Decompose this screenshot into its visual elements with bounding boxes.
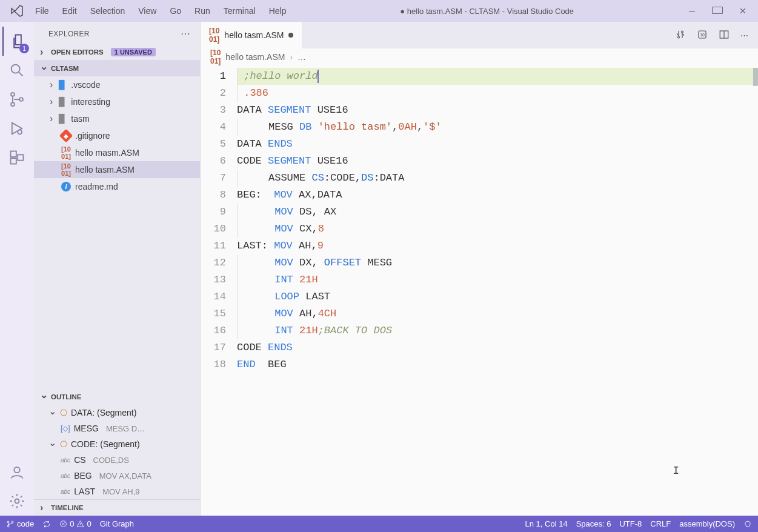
dirty-indicator-icon (288, 33, 293, 38)
menu-selection[interactable]: Selection (84, 4, 131, 18)
title-bar: File Edit Selection View Go Run Terminal… (0, 0, 758, 22)
svg-point-0 (12, 65, 20, 73)
outline-data-segment[interactable]: ⎔ DATA: (Segment) (34, 405, 200, 421)
activity-extensions-icon[interactable] (2, 143, 32, 172)
window-close-icon[interactable]: ✕ (737, 6, 748, 16)
activity-explorer-icon[interactable]: 1 (2, 27, 32, 56)
outline-item-label: BEG (74, 471, 92, 480)
menu-help[interactable]: Help (263, 4, 293, 18)
line-number: 13 (201, 271, 226, 288)
status-cursor-position[interactable]: Ln 1, Col 14 (525, 519, 568, 528)
activity-settings-icon[interactable] (2, 487, 32, 516)
line-number: 6 (201, 153, 226, 170)
compare-changes-icon[interactable] (675, 29, 686, 42)
editor-more-icon[interactable]: ⋯ (740, 31, 748, 40)
line-number: 7 (201, 170, 226, 187)
tree-label: interesting (71, 97, 110, 107)
status-bar: code 0 0 Git Graph Ln 1, Col 14 Spaces: … (0, 516, 758, 532)
asm-file-icon: [1001] (61, 162, 71, 177)
activity-accounts-icon[interactable] (2, 457, 32, 487)
menu-edit[interactable]: Edit (56, 4, 83, 18)
outline-item-label: CS (74, 455, 85, 465)
svg-point-11 (682, 31, 683, 33)
svg-point-15 (7, 521, 9, 523)
breadcrumb[interactable]: [1001] hello tasm.ASM › … (201, 48, 758, 65)
tree-label: readme.md (75, 182, 118, 191)
breadcrumb-file[interactable]: hello tasm.ASM (225, 52, 285, 62)
menu-view[interactable]: View (132, 4, 162, 18)
line-number: 11 (201, 238, 226, 254)
window-minimize-icon[interactable]: ─ (687, 6, 697, 16)
breadcrumb-rest[interactable]: … (298, 52, 306, 62)
timeline-section[interactable]: Timeline (34, 499, 200, 516)
outline-item-label: MESG (74, 424, 99, 433)
folder-vscode[interactable]: ▉ .vscode (34, 76, 200, 93)
chevron-right-icon (50, 79, 53, 90)
status-indentation[interactable]: Spaces: 6 (576, 519, 611, 528)
menu-bar: File Edit Selection View Go Run Terminal… (29, 4, 292, 18)
folder-icon: ▉ (56, 114, 67, 124)
file-gitignore[interactable]: ◆ .gitignore (34, 127, 200, 144)
status-branch[interactable]: code (6, 519, 34, 528)
menu-file[interactable]: File (29, 4, 55, 18)
line-number: 8 (201, 187, 226, 204)
outline-cs[interactable]: abc CS CODE,DS (34, 452, 200, 468)
asm-file-icon: [1001] (210, 48, 221, 65)
line-number: 3 (201, 102, 226, 119)
chevron-right-icon (40, 502, 47, 513)
svg-point-17 (12, 521, 13, 523)
activity-source-control-icon[interactable] (2, 85, 32, 114)
folder-interesting[interactable]: ▉ interesting (34, 93, 200, 110)
status-language-mode[interactable]: assembly(DOS) (679, 519, 735, 528)
file-hello-tasm[interactable]: [1001] hello tasm.ASM (34, 161, 200, 178)
file-tree: ▉ .vscode ▉ interesting ▉ tasm ◆ .gitign… (34, 76, 200, 195)
file-readme[interactable]: i readme.md (34, 178, 200, 195)
symbol-icon: abc (61, 457, 70, 464)
status-feedback-icon[interactable] (743, 520, 752, 528)
svg-point-10 (678, 36, 680, 38)
menu-terminal[interactable]: Terminal (218, 4, 262, 18)
tree-label: .vscode (71, 80, 100, 90)
symbol-icon: abc (61, 488, 70, 495)
git-icon: ◆ (61, 131, 71, 141)
code-content[interactable]: ;hello world .386 DATA SEGMENT USE16 MES… (237, 65, 758, 516)
menu-run[interactable]: Run (188, 4, 216, 18)
outline-section[interactable]: Outline (34, 388, 200, 405)
sidebar-more-icon[interactable]: ⋯ (181, 28, 190, 39)
outline-mesg[interactable]: [◇] MESG MESG D… (34, 421, 200, 436)
unsaved-badge: 1 UNSAVED (111, 48, 156, 56)
run-build-icon[interactable]: 10 (697, 29, 708, 42)
folder-tasm[interactable]: ▉ tasm (34, 110, 200, 127)
status-sync[interactable] (42, 520, 51, 528)
workspace-section[interactable]: CLTASM (34, 60, 200, 76)
status-encoding[interactable]: UTF-8 (619, 519, 642, 528)
activity-bar: 1 (0, 22, 34, 516)
open-editors-section[interactable]: Open Editors 1 UNSAVED (34, 44, 200, 60)
overview-ruler-slider[interactable] (753, 68, 758, 86)
bracket-icon: [◇] (61, 424, 70, 433)
tab-hello-tasm[interactable]: [1001] hello tasm.ASM (201, 22, 302, 48)
chevron-right-icon (50, 113, 53, 124)
activity-search-icon[interactable] (2, 56, 32, 85)
outline-code-segment[interactable]: ⎔ CODE: (Segment) (34, 436, 200, 452)
split-editor-icon[interactable] (719, 29, 730, 42)
outline-last[interactable]: abc LAST MOV AH,9 (34, 484, 200, 499)
text-cursor (317, 70, 319, 83)
file-hello-masm[interactable]: [1001] hello masm.ASM (34, 144, 200, 161)
status-problems[interactable]: 0 0 (59, 519, 91, 528)
svg-point-9 (15, 499, 19, 504)
status-eol[interactable]: CRLF (650, 519, 671, 528)
svg-point-1 (11, 93, 15, 96)
window-maximize-icon[interactable] (712, 6, 723, 16)
outline-beg[interactable]: abc BEG MOV AX,DATA (34, 468, 200, 484)
chevron-right-icon: › (290, 52, 293, 62)
sidebar-title: EXPLORER (48, 30, 90, 38)
menu-go[interactable]: Go (164, 4, 187, 18)
chevron-down-icon (48, 439, 56, 450)
activity-run-debug-icon[interactable] (2, 114, 32, 143)
chevron-down-icon (48, 407, 56, 419)
outline-item-detail: MESG D… (106, 424, 145, 433)
tab-bar: [1001] hello tasm.ASM 10 ⋯ (201, 22, 758, 48)
code-editor[interactable]: 1 2 3 4 5 6 7 8 9 10 11 12 13 14 15 16 1… (201, 65, 758, 516)
status-git-graph[interactable]: Git Graph (100, 519, 134, 528)
